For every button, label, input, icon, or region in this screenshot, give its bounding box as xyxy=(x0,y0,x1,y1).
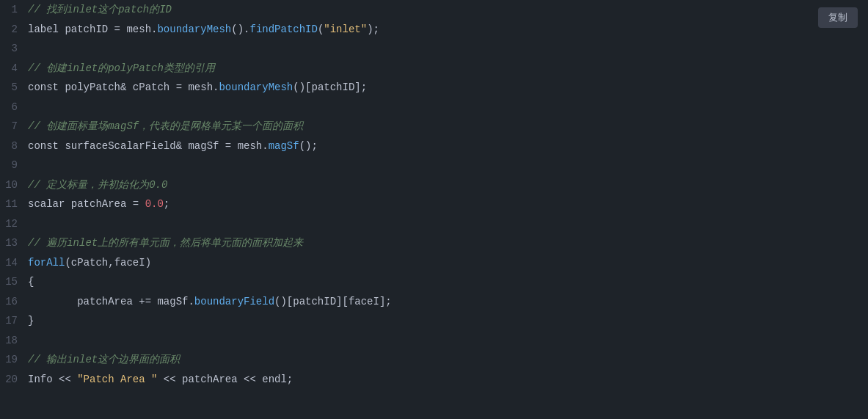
code-line: 9 xyxy=(0,156,868,175)
line-content: Info << "Patch Area " << patchArea << en… xyxy=(28,370,868,390)
line-content: // 创建面标量场magSf，代表的是网格单元某一个面的面积 xyxy=(28,117,868,136)
token: (cPatch,faceI) xyxy=(65,257,151,269)
line-number: 18 xyxy=(0,331,28,351)
line-content: } xyxy=(28,311,868,331)
token: } xyxy=(28,315,34,327)
token: label patchID = mesh. xyxy=(28,23,157,35)
token: const polyPatch& cPatch = mesh. xyxy=(28,81,219,93)
line-content xyxy=(28,98,868,117)
code-line: 6 xyxy=(0,98,868,117)
line-number: 1 xyxy=(0,0,28,20)
line-number: 16 xyxy=(0,292,28,312)
copy-button[interactable]: 复制 xyxy=(818,7,858,28)
code-line: 10// 定义标量，并初始化为0.0 xyxy=(0,175,868,195)
code-line: 1// 找到inlet这个patch的ID xyxy=(0,0,868,20)
code-line: 12 xyxy=(0,214,868,234)
code-line: 18 xyxy=(0,331,868,351)
code-line: 8const surfaceScalarField& magSf = mesh.… xyxy=(0,136,868,156)
token: << xyxy=(53,374,78,385)
line-content: label patchID = mesh.boundaryMesh().find… xyxy=(28,20,868,40)
token: findPatchID xyxy=(249,23,317,35)
token: // 创建面标量场magSf，代表的是网格单元某一个面的面积 xyxy=(28,120,303,132)
line-number: 10 xyxy=(0,175,28,195)
token: const surfaceScalarField& magSf = mesh. xyxy=(28,140,269,152)
code-container: 复制 1// 找到inlet这个patch的ID2label patchID =… xyxy=(0,0,868,419)
line-number: 6 xyxy=(0,98,28,117)
token: 0.0 xyxy=(145,198,164,210)
line-number: 8 xyxy=(0,136,28,156)
token: magSf xyxy=(269,140,299,152)
line-number: 4 xyxy=(0,59,28,79)
line-content: scalar patchArea = 0.0; xyxy=(28,194,868,214)
code-line: 3 xyxy=(0,39,868,59)
token: "Patch Area " xyxy=(77,374,157,385)
token: // 输出inlet这个边界面的面积 xyxy=(28,354,180,365)
token: << patchArea << endl; xyxy=(157,374,293,385)
token: ()[patchID][faceI]; xyxy=(274,296,392,307)
code-line: 14forAll(cPatch,faceI) xyxy=(0,253,868,273)
code-line: 20Info << "Patch Area " << patchArea << … xyxy=(0,370,868,390)
line-number: 3 xyxy=(0,39,28,59)
line-number: 11 xyxy=(0,194,28,214)
token: (); xyxy=(299,140,318,152)
line-content: forAll(cPatch,faceI) xyxy=(28,253,868,273)
line-number: 5 xyxy=(0,78,28,98)
token: ); xyxy=(367,23,379,35)
code-line: 17} xyxy=(0,311,868,331)
token: // 找到inlet这个patch的ID xyxy=(28,4,172,15)
token: // 遍历inlet上的所有单元面，然后将单元面的面积加起来 xyxy=(28,237,303,249)
token: boundaryField xyxy=(194,296,274,307)
line-number: 14 xyxy=(0,253,28,273)
line-content: // 遍历inlet上的所有单元面，然后将单元面的面积加起来 xyxy=(28,233,868,253)
token: { xyxy=(28,276,34,288)
token: boundaryMesh xyxy=(219,81,293,93)
line-content: const surfaceScalarField& magSf = mesh.m… xyxy=(28,136,868,156)
line-number: 12 xyxy=(0,214,28,234)
line-content: // 定义标量，并初始化为0.0 xyxy=(28,175,868,195)
line-content xyxy=(28,39,868,59)
line-number: 13 xyxy=(0,233,28,253)
line-content: // 找到inlet这个patch的ID xyxy=(28,0,868,20)
code-line: 16 patchArea += magSf.boundaryField()[pa… xyxy=(0,292,868,312)
token: "inlet" xyxy=(324,23,367,35)
token: (). xyxy=(231,23,249,35)
code-line: 15{ xyxy=(0,272,868,292)
token: boundaryMesh xyxy=(157,23,231,35)
line-number: 20 xyxy=(0,370,28,390)
line-content: // 输出inlet这个边界面的面积 xyxy=(28,350,868,370)
token: ; xyxy=(164,198,169,210)
line-number: 15 xyxy=(0,272,28,292)
line-number: 2 xyxy=(0,20,28,40)
line-content xyxy=(28,331,868,351)
code-line: 13// 遍历inlet上的所有单元面，然后将单元面的面积加起来 xyxy=(0,233,868,253)
token: Info xyxy=(28,374,53,385)
token: ()[patchID]; xyxy=(293,81,367,93)
line-content xyxy=(28,156,868,175)
line-content xyxy=(28,214,868,234)
line-content: { xyxy=(28,272,868,292)
token: // 创建inlet的polyPatch类型的引用 xyxy=(28,62,215,74)
token: scalar patchArea = xyxy=(28,198,145,210)
token: // 定义标量，并初始化为0.0 xyxy=(28,179,167,191)
code-line: 19// 输出inlet这个边界面的面积 xyxy=(0,350,868,370)
line-number: 17 xyxy=(0,311,28,331)
line-content: const polyPatch& cPatch = mesh.boundaryM… xyxy=(28,78,868,98)
code-line: 7// 创建面标量场magSf，代表的是网格单元某一个面的面积 xyxy=(0,117,868,136)
code-line: 5const polyPatch& cPatch = mesh.boundary… xyxy=(0,78,868,98)
code-line: 4// 创建inlet的polyPatch类型的引用 xyxy=(0,59,868,79)
code-block: 1// 找到inlet这个patch的ID2label patchID = me… xyxy=(0,0,868,419)
line-number: 7 xyxy=(0,117,28,136)
line-content: patchArea += magSf.boundaryField()[patch… xyxy=(28,292,868,312)
token: forAll xyxy=(28,257,65,269)
token: patchArea += magSf. xyxy=(28,296,194,307)
line-number: 9 xyxy=(0,156,28,175)
line-content: // 创建inlet的polyPatch类型的引用 xyxy=(28,59,868,79)
line-number: 19 xyxy=(0,350,28,370)
code-line: 11scalar patchArea = 0.0; xyxy=(0,194,868,214)
code-line: 2label patchID = mesh.boundaryMesh().fin… xyxy=(0,20,868,40)
